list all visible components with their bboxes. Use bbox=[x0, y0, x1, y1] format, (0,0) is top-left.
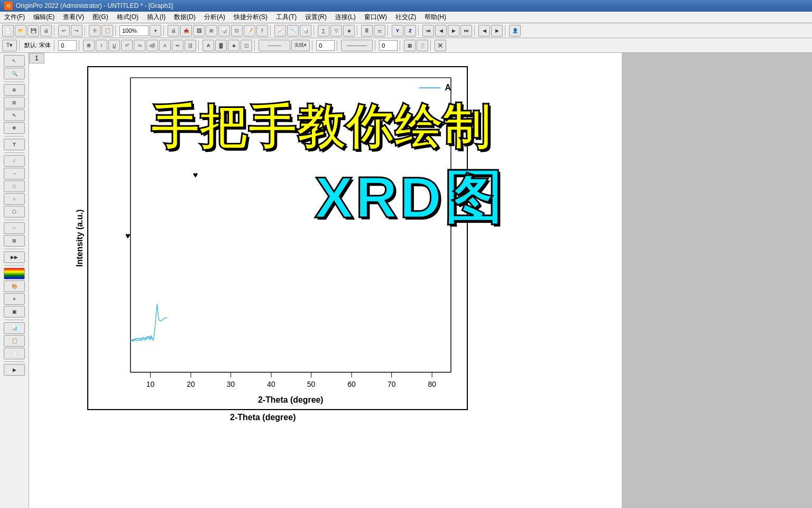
menu-settings[interactable]: 设置(R) bbox=[301, 12, 331, 23]
sep-9 bbox=[418, 25, 420, 36]
graph-btn[interactable]: 📊 bbox=[218, 25, 230, 37]
hatch-btn[interactable]: ▦ bbox=[404, 40, 416, 51]
func-btn[interactable]: f bbox=[256, 25, 268, 37]
img-btn[interactable]: 🖼 bbox=[193, 25, 205, 37]
move-tool[interactable]: ☞ bbox=[4, 222, 25, 234]
menu-quick-analysis[interactable]: 快捷分析(S) bbox=[229, 12, 272, 23]
undo-btn[interactable]: ↩ bbox=[58, 25, 70, 37]
redo-btn[interactable]: ↪ bbox=[71, 25, 82, 37]
text-tool[interactable]: T bbox=[4, 139, 25, 150]
subscript-btn[interactable]: x₂ bbox=[134, 40, 145, 51]
row-btn[interactable]: ⚌ bbox=[374, 25, 385, 37]
color-tool[interactable] bbox=[4, 268, 25, 279]
line-size-btn[interactable]: 实线▾ bbox=[291, 40, 310, 51]
more-btn[interactable]: ▶▶ bbox=[4, 251, 25, 263]
z-btn[interactable]: Z bbox=[404, 25, 416, 37]
pattern-btn[interactable]: ◫ bbox=[241, 40, 252, 51]
screen-reader[interactable]: ⊞ bbox=[4, 97, 25, 108]
draw-tool[interactable]: ✥ bbox=[4, 122, 25, 134]
page-tab[interactable]: 1 bbox=[29, 53, 44, 64]
border-size-input[interactable] bbox=[379, 40, 398, 51]
chart1-btn[interactable]: 📈 bbox=[274, 25, 286, 37]
table-btn[interactable]: ⊞ bbox=[206, 25, 217, 37]
alpha-btn[interactable]: αβ bbox=[146, 40, 158, 51]
legend-tool[interactable]: ≡ bbox=[4, 293, 25, 305]
new-btn[interactable]: 📄 bbox=[2, 25, 14, 37]
col-btn[interactable]: ≣ bbox=[361, 25, 373, 37]
italic-btn[interactable]: I bbox=[96, 40, 107, 51]
menu-social[interactable]: 社交(Z) bbox=[391, 12, 420, 23]
stat-btn[interactable]: ∑ bbox=[318, 25, 329, 37]
highlight-btn[interactable]: ▓ bbox=[215, 40, 227, 51]
menu-data[interactable]: 数据(D) bbox=[170, 12, 200, 23]
print2-btn[interactable]: 🖨 bbox=[168, 25, 179, 37]
menu-insert[interactable]: 插入(I) bbox=[143, 12, 170, 23]
paste-btn[interactable]: 📋 bbox=[102, 25, 113, 37]
zoom-input[interactable] bbox=[119, 25, 149, 36]
nav3-btn[interactable]: ▶ bbox=[448, 25, 459, 37]
text-tool-btn[interactable]: T▾ bbox=[2, 40, 17, 51]
arrow-tool[interactable]: → bbox=[4, 168, 25, 179]
print-btn[interactable]: 🖨 bbox=[40, 25, 52, 37]
data-tool[interactable]: 📋 bbox=[4, 335, 25, 347]
menu-graph[interactable]: 图(G) bbox=[88, 12, 112, 23]
nav4-btn[interactable]: ⏭ bbox=[460, 25, 472, 37]
poly-tool[interactable]: ⬡ bbox=[4, 206, 25, 217]
scale-tool[interactable]: ⊠ bbox=[4, 235, 25, 247]
line-style-btn[interactable]: ──── bbox=[259, 40, 290, 51]
sep-11 bbox=[505, 25, 507, 36]
line-btn[interactable]: ||| bbox=[184, 40, 196, 51]
select-tool[interactable]: ↖ bbox=[4, 55, 25, 67]
menu-help[interactable]: 帮助(H) bbox=[420, 12, 450, 23]
note-btn[interactable]: 📝 bbox=[244, 25, 255, 37]
ellipse-tool[interactable]: ○ bbox=[4, 193, 25, 205]
border-btn[interactable]: ────── bbox=[341, 40, 373, 51]
rect-tool[interactable]: □ bbox=[4, 180, 25, 192]
export-btn[interactable]: 📤 bbox=[180, 25, 192, 37]
menu-format[interactable]: 格式(O) bbox=[113, 12, 143, 23]
font-size-input[interactable] bbox=[58, 40, 77, 51]
spacing-btn[interactable]: ⇔ bbox=[172, 40, 183, 51]
menu-window[interactable]: 窗口(W) bbox=[360, 12, 391, 23]
menu-connect[interactable]: 连接(L) bbox=[331, 12, 360, 23]
zoom-dropdown[interactable]: ▾ bbox=[150, 25, 161, 37]
graph-tool[interactable]: 📊 bbox=[4, 322, 25, 334]
filter-btn[interactable]: ▽ bbox=[330, 25, 342, 37]
chart2-btn[interactable]: 📉 bbox=[287, 25, 299, 37]
menu-analysis[interactable]: 分析(A) bbox=[200, 12, 229, 23]
save-btn[interactable]: 💾 bbox=[27, 25, 39, 37]
menu-view[interactable]: 查看(V) bbox=[59, 12, 88, 23]
font-color-btn[interactable]: A bbox=[202, 40, 214, 51]
superscript-btn[interactable]: x² bbox=[121, 40, 133, 51]
close-x-btn[interactable]: ✕ bbox=[435, 40, 446, 51]
table-tool[interactable]: ▣ bbox=[4, 306, 25, 318]
nav1-btn[interactable]: ⏮ bbox=[422, 25, 434, 37]
menu-edit[interactable]: 编辑(E) bbox=[29, 12, 59, 23]
copy-btn[interactable]: ⎘ bbox=[89, 25, 100, 37]
annotate-tool[interactable]: ✎ bbox=[4, 110, 25, 121]
layout-btn[interactable]: ⊡ bbox=[231, 25, 243, 37]
open-btn[interactable]: 📂 bbox=[15, 25, 26, 37]
data-reader[interactable]: ⊕ bbox=[4, 84, 25, 96]
fill-btn[interactable]: ◈ bbox=[228, 40, 239, 51]
underline-btn[interactable]: U bbox=[108, 40, 120, 51]
y-btn[interactable]: Y bbox=[392, 25, 403, 37]
person-btn[interactable]: 👤 bbox=[509, 25, 521, 37]
line-tool[interactable]: ∕ bbox=[4, 155, 25, 167]
size-btn[interactable]: A bbox=[159, 40, 171, 51]
arr2-btn[interactable]: ▶ bbox=[491, 25, 503, 37]
arr1-btn[interactable]: ◀ bbox=[478, 25, 490, 37]
line-width-input[interactable] bbox=[316, 40, 335, 51]
hatch2-btn[interactable]: ░ bbox=[417, 40, 428, 51]
nav2-btn[interactable]: ◀ bbox=[435, 25, 447, 37]
report-tool[interactable]: 📄 bbox=[4, 348, 25, 359]
expand-btn[interactable]: ▶ bbox=[4, 364, 25, 376]
bold-btn[interactable]: B bbox=[83, 40, 95, 51]
palette-tool[interactable]: 🎨 bbox=[4, 280, 25, 292]
menu-file[interactable]: 文件(F) bbox=[0, 12, 29, 23]
tsep-2 bbox=[54, 40, 56, 51]
menu-tools[interactable]: 工具(T) bbox=[272, 12, 301, 23]
zoom-tool[interactable]: 🔍 bbox=[4, 68, 25, 79]
mask-btn[interactable]: ◈ bbox=[343, 25, 355, 37]
chart3-btn[interactable]: 📊 bbox=[300, 25, 311, 37]
